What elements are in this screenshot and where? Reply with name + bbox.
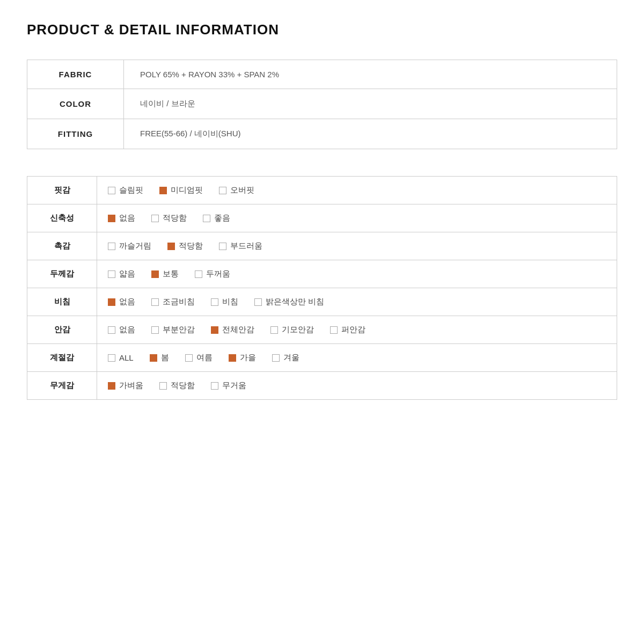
info-table-row: FITTING FREE(55-66) / 네이비(SHU): [27, 119, 617, 149]
option-label: 봄: [161, 353, 169, 363]
detail-row-label: 무게감: [27, 372, 97, 400]
detail-options-cell: 가벼움적당함무거움: [97, 372, 617, 400]
option-item: 가벼움: [108, 380, 143, 391]
checkbox-checked: [167, 243, 175, 250]
detail-row-label: 촉감: [27, 232, 97, 260]
info-label: FABRIC: [27, 60, 124, 89]
detail-options-cell: 까슬거림적당함부드러움: [97, 232, 617, 260]
option-item: 봄: [150, 353, 169, 363]
info-table-row: COLOR 네이비 / 브라운: [27, 89, 617, 119]
detail-table: 핏감슬림핏미디엄핏오버핏신축성없음적당함좋음촉감까슬거림적당함부드러움두께감얇음…: [27, 176, 617, 400]
option-item: 없음: [108, 213, 135, 223]
checkbox-unchecked: [108, 354, 115, 362]
option-item: 오버핏: [219, 185, 254, 195]
checkbox-unchecked: [272, 354, 280, 362]
info-label: COLOR: [27, 89, 124, 119]
checkbox-unchecked: [185, 354, 193, 362]
checkbox-unchecked: [330, 326, 338, 334]
option-label: 겨울: [283, 353, 299, 363]
info-table-row: FABRIC POLY 65% + RAYON 33% + SPAN 2%: [27, 60, 617, 89]
checkbox-checked: [151, 270, 159, 278]
checkbox-unchecked: [108, 270, 115, 278]
option-item: 까슬거림: [108, 241, 151, 251]
option-label: 전체안감: [222, 325, 254, 335]
option-label: 적당함: [163, 213, 187, 223]
option-item: 보통: [151, 269, 179, 279]
option-item: ALL: [108, 353, 134, 362]
option-item: 여름: [185, 353, 213, 363]
option-label: 비침: [222, 297, 238, 307]
checkbox-checked: [229, 354, 236, 362]
detail-table-row: 핏감슬림핏미디엄핏오버핏: [27, 177, 617, 204]
info-value: POLY 65% + RAYON 33% + SPAN 2%: [124, 60, 617, 89]
option-label: ALL: [119, 353, 134, 362]
detail-options-cell: 얇음보통두꺼움: [97, 260, 617, 288]
detail-options-cell: ALL봄여름가을겨울: [97, 344, 617, 372]
option-label: 미디엄핏: [171, 185, 203, 195]
option-label: 조금비침: [163, 297, 195, 307]
option-item: 전체안감: [211, 325, 254, 335]
option-item: 슬림핏: [108, 185, 143, 195]
option-label: 없음: [119, 213, 135, 223]
option-item: 없음: [108, 325, 135, 335]
checkbox-checked: [159, 187, 167, 194]
checkbox-unchecked: [159, 382, 167, 390]
detail-row-label: 두께감: [27, 260, 97, 288]
detail-table-row: 무게감가벼움적당함무거움: [27, 372, 617, 400]
option-label: 부드러움: [230, 241, 262, 251]
option-item: 적당함: [167, 241, 203, 251]
checkbox-unchecked: [211, 382, 218, 390]
option-label: 가벼움: [119, 380, 143, 391]
option-item: 얇음: [108, 269, 135, 279]
option-label: 여름: [196, 353, 213, 363]
checkbox-checked: [211, 326, 218, 334]
detail-row-label: 비침: [27, 288, 97, 316]
option-item: 두꺼움: [195, 269, 230, 279]
checkbox-unchecked: [195, 270, 202, 278]
option-item: 무거움: [211, 380, 246, 391]
detail-table-row: 안감없음부분안감전체안감기모안감퍼안감: [27, 316, 617, 344]
option-label: 무거움: [222, 380, 246, 391]
option-label: 오버핏: [230, 185, 254, 195]
checkbox-unchecked: [151, 326, 159, 334]
detail-row-label: 핏감: [27, 177, 97, 204]
checkbox-unchecked: [219, 243, 226, 250]
checkbox-unchecked: [203, 215, 210, 222]
option-item: 부분안감: [151, 325, 195, 335]
checkbox-unchecked: [151, 298, 159, 306]
checkbox-unchecked: [270, 326, 278, 334]
checkbox-unchecked: [254, 298, 262, 306]
info-table: FABRIC POLY 65% + RAYON 33% + SPAN 2% CO…: [27, 60, 617, 149]
checkbox-unchecked: [219, 187, 226, 194]
detail-table-row: 촉감까슬거림적당함부드러움: [27, 232, 617, 260]
detail-row-label: 신축성: [27, 204, 97, 232]
checkbox-checked: [150, 354, 157, 362]
option-label: 부분안감: [163, 325, 195, 335]
option-item: 기모안감: [270, 325, 314, 335]
option-item: 부드러움: [219, 241, 262, 251]
option-item: 적당함: [159, 380, 195, 391]
info-value: 네이비 / 브라운: [124, 89, 617, 119]
option-item: 미디엄핏: [159, 185, 203, 195]
option-item: 좋음: [203, 213, 230, 223]
checkbox-unchecked: [108, 187, 115, 194]
checkbox-checked: [108, 215, 115, 222]
checkbox-unchecked: [151, 215, 159, 222]
option-label: 두꺼움: [206, 269, 230, 279]
option-item: 적당함: [151, 213, 187, 223]
detail-table-row: 비침없음조금비침비침밝은색상만 비침: [27, 288, 617, 316]
option-label: 없음: [119, 325, 135, 335]
option-item: 퍼안감: [330, 325, 365, 335]
option-label: 슬림핏: [119, 185, 143, 195]
checkbox-checked: [108, 382, 115, 390]
option-label: 퍼안감: [341, 325, 365, 335]
detail-table-row: 계절감ALL봄여름가을겨울: [27, 344, 617, 372]
option-item: 조금비침: [151, 297, 195, 307]
info-value: FREE(55-66) / 네이비(SHU): [124, 119, 617, 149]
checkbox-checked: [108, 298, 115, 306]
detail-options-cell: 없음적당함좋음: [97, 204, 617, 232]
page-title: PRODUCT & DETAIL INFORMATION: [27, 21, 617, 38]
detail-options-cell: 없음조금비침비침밝은색상만 비침: [97, 288, 617, 316]
option-label: 적당함: [179, 241, 203, 251]
option-label: 밝은색상만 비침: [266, 297, 324, 307]
